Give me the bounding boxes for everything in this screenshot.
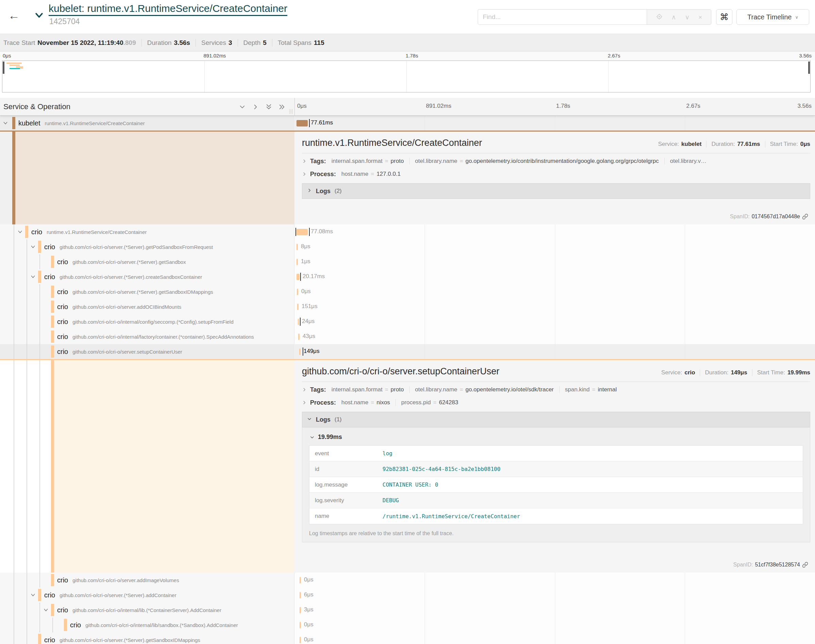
span-duration-bar[interactable] xyxy=(297,244,298,250)
span-timeline-cell[interactable]: 77.61ms xyxy=(295,116,815,130)
link-icon[interactable] xyxy=(802,562,808,568)
span-name-cell[interactable]: crio github.com/cri-o/cri-o/server.(*Ser… xyxy=(0,284,294,299)
span-duration-bar[interactable] xyxy=(298,334,300,340)
span-collapse-icon[interactable] xyxy=(30,592,36,599)
expand-one-icon[interactable] xyxy=(251,103,259,111)
span-row[interactable]: crio github.com/cri-o/cri-o/server.(*Ser… xyxy=(0,255,815,269)
span-row[interactable]: crio github.com/cri-o/cri-o/server.(*Ser… xyxy=(0,284,815,299)
span-duration-bar[interactable] xyxy=(300,622,301,629)
tags-accordion[interactable]: Tags: internal.span.format=protootel.lib… xyxy=(302,155,810,168)
span-name-cell[interactable]: crio github.com/cri-o/cri-o/internal/con… xyxy=(0,314,294,329)
span-name-cell[interactable]: crio github.com/cri-o/cri-o/server.addOC… xyxy=(0,299,294,314)
span-name-cell[interactable]: crio github.com/cri-o/cri-o/server.(*Ser… xyxy=(0,632,294,644)
column-resize-grip[interactable]: || xyxy=(290,108,293,114)
tree-guide xyxy=(14,360,14,573)
service-name: crio xyxy=(57,318,68,326)
span-row[interactable]: crio github.com/cri-o/cri-o/internal/lib… xyxy=(0,618,815,632)
span-duration-bar[interactable] xyxy=(299,348,300,355)
span-name-cell[interactable]: crio github.com/cri-o/cri-o/server.(*Ser… xyxy=(0,239,294,255)
span-timeline-cell[interactable]: 6μs xyxy=(295,587,815,603)
span-duration-bar[interactable] xyxy=(300,607,301,613)
find-input[interactable] xyxy=(478,9,647,25)
process-accordion[interactable]: Process: host.name=127.0.0.1 xyxy=(302,168,810,181)
next-match-icon[interactable]: ∨ xyxy=(685,14,689,20)
span-row[interactable]: crio github.com/cri-o/cri-o/server.setup… xyxy=(0,344,815,359)
span-collapse-icon[interactable] xyxy=(3,120,8,127)
logs-accordion[interactable]: Logs (2) xyxy=(302,183,810,199)
back-icon[interactable]: ← xyxy=(8,9,20,22)
span-row[interactable]: crio github.com/cri-o/cri-o/internal/lib… xyxy=(0,603,815,618)
span-duration-bar[interactable] xyxy=(300,637,301,643)
span-name-cell[interactable]: crio github.com/cri-o/cri-o/internal/fac… xyxy=(0,329,294,344)
span-name-cell[interactable]: crio github.com/cri-o/cri-o/internal/lib… xyxy=(0,618,294,632)
span-detail-title: runtime.v1.RuntimeService/CreateContaine… xyxy=(302,138,482,148)
span-name-cell[interactable]: crio github.com/cri-o/cri-o/server.(*Ser… xyxy=(0,269,294,284)
span-timeline-cell[interactable]: 1μs xyxy=(295,255,815,269)
span-row[interactable]: crio github.com/cri-o/cri-o/server.(*Ser… xyxy=(0,587,815,603)
span-duration-bar[interactable] xyxy=(297,259,298,265)
process-accordion[interactable]: Process: host.name=nixosprocess.pid=6242… xyxy=(302,396,810,409)
span-collapse-icon[interactable] xyxy=(43,607,49,614)
span-collapse-icon[interactable] xyxy=(30,244,36,251)
span-row[interactable]: crio github.com/cri-o/cri-o/server.addOC… xyxy=(0,299,815,314)
span-timeline-cell[interactable]: 8μs xyxy=(295,239,815,255)
span-timeline-cell[interactable]: 149μs xyxy=(295,344,815,359)
span-timeline-cell[interactable]: 43μs xyxy=(295,329,815,344)
minimap-right-handle[interactable] xyxy=(808,61,810,74)
expand-all-icon[interactable] xyxy=(278,103,286,111)
span-row[interactable]: crio github.com/cri-o/cri-o/server.addIm… xyxy=(0,573,815,587)
minimap-left-handle[interactable] xyxy=(3,61,5,74)
span-duration-bar[interactable] xyxy=(297,274,300,280)
span-name-cell[interactable]: kubelet runtime.v1.RuntimeService/Create… xyxy=(0,116,294,130)
span-timeline-cell[interactable]: 151μs xyxy=(295,299,815,314)
span-duration-bar[interactable] xyxy=(300,592,301,598)
keyboard-shortcuts-button[interactable]: ⌘ xyxy=(716,9,732,25)
span-timeline-cell[interactable]: 77.08ms xyxy=(295,224,815,239)
span-timeline-cell[interactable]: 3μs xyxy=(295,603,815,618)
log-field-row: eventlog xyxy=(309,446,803,462)
span-row[interactable]: crio github.com/cri-o/cri-o/server.(*Ser… xyxy=(0,239,815,255)
link-icon[interactable] xyxy=(802,213,808,220)
crosshair-icon[interactable] xyxy=(656,13,663,21)
span-row[interactable]: crio github.com/cri-o/cri-o/server.(*Ser… xyxy=(0,269,815,284)
depth-label: Depth xyxy=(244,39,261,47)
span-timeline-cell[interactable]: 0μs xyxy=(295,284,815,299)
span-name-cell[interactable]: crio github.com/cri-o/cri-o/server.(*Ser… xyxy=(0,255,294,269)
span-duration-bar[interactable] xyxy=(297,120,308,126)
clear-search-icon[interactable]: × xyxy=(699,14,702,20)
span-row[interactable]: kubelet runtime.v1.RuntimeService/Create… xyxy=(0,116,815,130)
span-name-cell[interactable]: crio runtime.v1.RuntimeService/CreateCon… xyxy=(0,224,294,239)
trace-minimap[interactable] xyxy=(2,61,810,92)
span-timeline-cell[interactable]: 0μs xyxy=(295,632,815,644)
span-duration-bar[interactable] xyxy=(300,577,301,583)
span-collapse-icon[interactable] xyxy=(17,229,23,236)
view-selector-button[interactable]: Trace Timeline ∨ xyxy=(737,9,809,25)
span-duration-bar[interactable] xyxy=(298,319,299,325)
logs-accordion[interactable]: Logs (1) xyxy=(302,412,810,428)
collapse-one-icon[interactable] xyxy=(238,103,246,111)
span-name-cell[interactable]: crio github.com/cri-o/cri-o/internal/lib… xyxy=(0,603,294,618)
tags-accordion[interactable]: Tags: internal.span.format=protootel.lib… xyxy=(302,383,810,396)
span-row[interactable]: crio github.com/cri-o/cri-o/server.(*Ser… xyxy=(0,632,815,644)
span-duration-bar[interactable] xyxy=(297,289,298,295)
span-row[interactable]: crio github.com/cri-o/cri-o/internal/con… xyxy=(0,314,815,329)
log-entry-header[interactable]: 19.99ms xyxy=(310,434,803,441)
trace-header-collapse-icon[interactable] xyxy=(34,10,44,22)
span-timeline-cell[interactable]: 24μs xyxy=(295,314,815,329)
span-collapse-icon[interactable] xyxy=(30,274,36,281)
span-row[interactable]: crio github.com/cri-o/cri-o/internal/fac… xyxy=(0,329,815,344)
service-operation-title: Service & Operation xyxy=(3,102,70,111)
trace-title-link[interactable]: kubelet: runtime.v1.RuntimeService/Creat… xyxy=(49,3,287,16)
span-duration-bar[interactable] xyxy=(297,304,299,310)
span-row[interactable]: crio runtime.v1.RuntimeService/CreateCon… xyxy=(0,224,815,239)
span-duration-bar[interactable] xyxy=(297,229,308,235)
span-name-cell[interactable]: crio github.com/cri-o/cri-o/server.setup… xyxy=(0,344,294,359)
span-timeline-cell[interactable]: 0μs xyxy=(295,618,815,632)
span-timeline-cell[interactable]: 0μs xyxy=(295,573,815,587)
tree-guide xyxy=(40,314,40,329)
span-name-cell[interactable]: crio github.com/cri-o/cri-o/server.(*Ser… xyxy=(0,587,294,603)
span-name-cell[interactable]: crio github.com/cri-o/cri-o/server.addIm… xyxy=(0,573,294,587)
span-timeline-cell[interactable]: 20.17ms xyxy=(295,269,815,284)
collapse-all-icon[interactable] xyxy=(265,103,273,111)
prev-match-icon[interactable]: ∧ xyxy=(671,14,676,20)
